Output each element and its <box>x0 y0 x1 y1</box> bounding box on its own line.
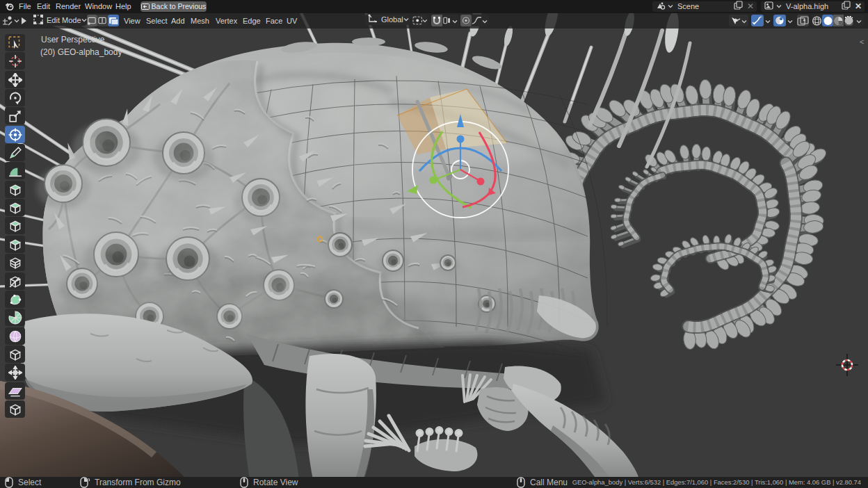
svg-text:User Perspective: User Perspective <box>41 35 105 44</box>
svg-text:<: < <box>860 38 864 46</box>
svg-text:(20) GEO-alpha_body: (20) GEO-alpha_body <box>40 47 122 57</box>
